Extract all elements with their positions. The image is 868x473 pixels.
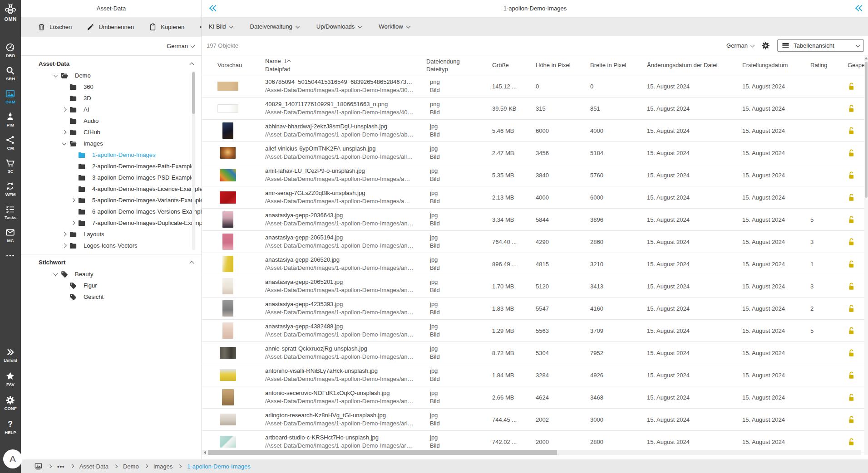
vertical-scrollbar-thumb[interactable] [865,62,868,198]
breadcrumb-item-Asset-Data[interactable]: Asset-Data [79,463,108,470]
tree-item-Logos-Icons-Vectors[interactable]: Logos-Icons-Vectors [21,240,202,251]
rail-item-dam[interactable]: DAM [5,89,16,104]
chevron-right-icon[interactable] [70,221,75,225]
collapse-right-panel-icon[interactable] [856,6,863,10]
user-avatar[interactable]: A [3,449,22,468]
tree-item-3-apollon-Demo-Images-PSD-Example[interactable]: 3-apollon-Demo-Images-PSD-Example [21,172,202,183]
view-settings-gear-icon[interactable] [761,41,770,50]
lock-open-icon[interactable] [848,282,864,291]
col-aenderungsdatum[interactable]: Änderungsdatum der Datei [644,61,740,69]
table-row[interactable]: antonino-visalli-RNiBLy7aHck-unsplash.jp… [202,364,864,386]
lock-open-icon[interactable] [848,438,864,446]
tree-item-1-apollon-Demo-Images[interactable]: 1-apollon-Demo-Images [21,149,202,161]
rail-item-pim[interactable]: PIM [5,112,16,127]
table-row[interactable]: annie-spratt-QckxruozjRg-unsplash.jpg/As… [202,342,864,364]
lock-open-icon[interactable] [848,193,864,202]
col-hoehe[interactable]: Höhe in Pixel [533,61,587,69]
collapse-section-icon[interactable] [190,63,194,67]
lock-open-icon[interactable] [848,327,864,335]
table-row[interactable]: anastasiya-gepp-4382488.jpg/Asset-Data/D… [202,320,864,342]
chevron-right-icon[interactable] [70,198,75,203]
panel-language-select[interactable]: German [167,43,194,49]
delete-button[interactable]: Löschen [38,23,72,31]
rail-item-cm[interactable]: CM [5,135,16,151]
table-row[interactable]: amit-lahav-LU_fCezP9-o-unsplash.jpg/Asse… [202,164,864,186]
lock-open-icon[interactable] [848,127,864,135]
lock-open-icon[interactable] [848,260,864,268]
collapse-section-icon[interactable] [190,261,194,266]
menu-workflow[interactable]: Workflow [379,23,409,30]
table-row[interactable]: anastasiya-gepp-4235393.jpg/Asset-Data/D… [202,297,864,320]
lock-open-icon[interactable] [848,349,864,357]
rail-item-mc[interactable]: MC [5,228,16,243]
table-row[interactable]: 40829_140711776109291_1806651663_n.png/A… [202,98,864,120]
lock-open-icon[interactable] [848,415,864,424]
lock-open-icon[interactable] [848,215,864,224]
tree-item-7-apollon-Demo-Images-Duplicate-Example[interactable]: 7-apollon-Demo-Images-Duplicate-Example [21,217,202,229]
menu-dateiverwaltung[interactable]: Dateiverwaltung [250,23,299,30]
table-row[interactable]: amr-serag-7GLsZZ0qBlk-unsplash.jpg/Asset… [202,186,864,209]
tree-item-Images[interactable]: Images [21,138,202,149]
horizontal-scrollbar-thumb[interactable] [208,450,557,455]
table-row[interactable]: anastasiya-gepp-2036643.jpg/Asset-Data/D… [202,209,864,231]
lock-open-icon[interactable] [848,393,864,402]
tree-item-6-apollon-Demo-Images-Versions-Example[interactable]: 6-apollon-Demo-Images-Versions-Example [21,206,202,217]
lock-open-icon[interactable] [848,371,864,380]
chevron-right-icon[interactable] [62,232,66,237]
chevron-right-icon[interactable] [62,107,66,112]
col-erstellungsdatum[interactable]: Erstellungsdatum [740,61,803,69]
tree-item-360[interactable]: 360 [21,81,202,93]
copy-button[interactable]: Kopieren [149,23,184,31]
table-row[interactable]: anastasiya-gepp-2065194.jpg/Asset-Data/D… [202,231,864,253]
table-row[interactable]: 306785094_501504415316549_68392654865284… [202,75,864,98]
photo-icon[interactable] [34,463,43,470]
lock-open-icon[interactable] [848,104,864,113]
tree-item-Figur[interactable]: Figur [21,280,202,291]
menu-ki-bild[interactable]: KI Bild [209,23,233,30]
breadcrumb-current[interactable]: 1-apollon-Demo-Images [187,463,250,470]
lock-open-icon[interactable] [848,149,864,157]
breadcrumb-ellipsis[interactable]: ••• [57,463,65,470]
tree-item-5-apollon-Demo-Images-Variants-Example[interactable]: 5-apollon-Demo-Images-Variants-Example [21,195,202,206]
tree-item-Layouts[interactable]: Layouts [21,229,202,240]
tree-item-Demo[interactable]: Demo [21,70,202,81]
menu-up-downloads[interactable]: Up/Downloads [316,23,362,30]
tree-item-CIHub[interactable]: CIHub [21,127,202,138]
chevron-down-icon[interactable] [53,73,58,77]
chevron-down-icon[interactable] [53,271,58,276]
tree-item-Gesicht[interactable]: Gesicht [21,291,202,302]
view-mode-select[interactable]: Tabellenansicht [777,39,864,52]
tree-item-4-apollon-Demo-Images-Licence-Example[interactable]: 4-apollon-Demo-Images-Licence-Example [21,183,202,195]
chevron-right-icon[interactable] [62,244,66,248]
rail-item-fav[interactable]: FAV [5,371,15,387]
rail-item-tasks[interactable]: Tasks [5,205,16,220]
col-vorschau[interactable]: Vorschau [202,61,254,69]
omn-logo[interactable]: OMN [4,3,17,22]
rail-item-conf[interactable]: CONF [5,395,17,411]
table-row[interactable]: antonio-secerovic-NOFdK1xOqkQ-unsplash.j… [202,386,864,409]
tree-item-2-apollon-Demo-Images-Path-Example[interactable]: 2-apollon-Demo-Images-Path-Example [21,161,202,172]
rail-item-srh[interactable]: SRH [5,66,16,81]
col-gesperrt[interactable]: Gesperrt [844,61,864,69]
table-row[interactable]: abhinav-bhardwaj-2ekzJ8smDgU-unsplash.jp… [202,120,864,142]
lock-open-icon[interactable] [848,171,864,180]
table-row[interactable]: anastasiya-gepp-2065201.jpg/Asset-Data/D… [202,275,864,297]
col-rating[interactable]: Rating [803,61,844,69]
rail-item-help[interactable]: ?HELP [5,419,16,435]
tree-item-Beauty[interactable]: Beauty [21,268,202,280]
tree-item-Audio[interactable]: Audio [21,115,202,127]
lock-open-icon[interactable] [848,82,864,91]
chevron-right-icon[interactable] [62,130,66,135]
col-name-dateipfad[interactable]: Name1 Dateipfad [254,57,422,73]
collapse-left-panel-icon[interactable] [210,6,217,10]
rail-item-dbd[interactable]: DBD [5,43,16,58]
scroll-up-arrow[interactable] [864,55,868,61]
rail-item-more[interactable] [5,251,16,260]
table-row[interactable]: arlington-research-Kz8nHVg_tGI-unsplash.… [202,409,864,431]
rail-item-sc[interactable]: SC [5,158,16,174]
tree-item-clipped[interactable] [21,251,202,254]
col-breite[interactable]: Breite in Pixel [587,61,644,69]
col-groesse[interactable]: Größe [488,61,533,69]
tree-item-3D[interactable]: 3D [21,93,202,104]
chevron-down-icon[interactable] [62,141,66,145]
